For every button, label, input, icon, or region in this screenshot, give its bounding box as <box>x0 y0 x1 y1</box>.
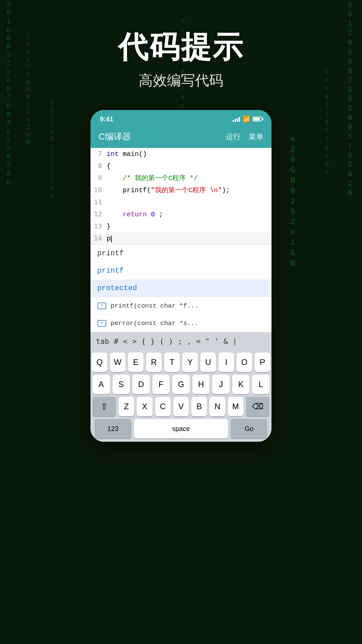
shortcut-bar[interactable]: tab # < > { } ( ) ; , = " ' & | <box>90 332 272 350</box>
autocomplete-text-2: printf <box>97 267 124 275</box>
key-z[interactable]: Z <box>119 397 134 416</box>
line-number-12: 12 <box>90 209 107 219</box>
code-line-12: 12 return 0 ; <box>90 208 272 220</box>
keyboard-row-1: Q W E R T Y U I O P <box>93 353 269 372</box>
code-content-14: p <box>107 234 272 244</box>
key-w[interactable]: W <box>110 353 125 372</box>
autocomplete-dropdown[interactable]: printf printf protected f printf(const c… <box>90 245 272 332</box>
delete-key[interactable]: ⌫ <box>246 397 269 416</box>
shortcut-rparen[interactable]: ) <box>169 337 173 345</box>
shortcut-gt[interactable]: > <box>132 337 136 345</box>
menu-button[interactable]: 菜单 <box>249 132 263 142</box>
space-key[interactable]: space <box>134 419 228 438</box>
key-m[interactable]: M <box>228 397 243 416</box>
go-key[interactable]: Go <box>231 419 267 438</box>
shortcut-lt[interactable]: < <box>123 337 127 345</box>
shortcut-pipe[interactable]: | <box>233 337 237 345</box>
shift-key[interactable]: ⇧ <box>93 397 116 416</box>
status-icons: 📶 <box>233 115 262 123</box>
key-b[interactable]: B <box>191 397 207 416</box>
key-x[interactable]: X <box>137 397 152 416</box>
key-l[interactable]: L <box>252 375 269 394</box>
key-e[interactable]: E <box>128 353 143 372</box>
key-j[interactable]: J <box>212 375 230 394</box>
shortcut-lbrace[interactable]: { <box>141 337 146 345</box>
shortcut-dquote[interactable]: " <box>205 337 209 345</box>
code-editor[interactable]: 7 int main() 8 { 9 /* 我的第一个C程序 */ <box>90 148 272 245</box>
code-content-7: int main() <box>107 149 272 159</box>
shortcut-rbrace[interactable]: } <box>150 337 155 345</box>
key-o[interactable]: O <box>237 353 252 372</box>
phone-frame: 9:41 📶 C编译器 运行 菜单 <box>90 110 272 442</box>
line-number-9: 9 <box>90 173 107 183</box>
line-number-7: 7 <box>90 149 107 159</box>
shift-icon: ⇧ <box>101 401 108 412</box>
key-n[interactable]: N <box>209 397 225 416</box>
autocomplete-item-4[interactable]: f printf(const char *f... <box>90 297 272 315</box>
key-i[interactable]: I <box>219 353 234 372</box>
key-k[interactable]: K <box>232 375 250 394</box>
app-header: C编译器 运行 菜单 <box>90 127 272 148</box>
shortcut-eq[interactable]: = <box>196 337 200 345</box>
key-p[interactable]: P <box>255 353 270 372</box>
key-u[interactable]: U <box>200 353 216 372</box>
code-line-8: 8 { <box>90 160 272 172</box>
key-d[interactable]: D <box>132 375 150 394</box>
shortcut-comma[interactable]: , <box>187 337 191 345</box>
code-line-11: 11 <box>90 196 272 208</box>
code-line-9: 9 /* 我的第一个C程序 */ <box>90 172 272 184</box>
key-a[interactable]: A <box>93 375 110 394</box>
autocomplete-item-3[interactable]: protected <box>90 280 272 297</box>
signal-bars-icon <box>233 116 240 122</box>
autocomplete-text-5: perror(const char *s... <box>111 320 198 327</box>
line-number-11: 11 <box>90 197 107 207</box>
autocomplete-item-2[interactable]: printf <box>90 262 272 280</box>
autocomplete-item-5[interactable]: f perror(const char *s... <box>90 315 272 332</box>
shortcut-amp[interactable]: & <box>224 337 228 345</box>
keyboard-row-2: A S D F G H J K L <box>93 375 269 394</box>
keyboard-row-3: ⇧ Z X C V B N M ⌫ <box>93 397 269 416</box>
key-f[interactable]: F <box>153 375 170 394</box>
code-line-7: 7 int main() <box>90 148 272 160</box>
shortcut-squote[interactable]: ' <box>215 337 219 345</box>
key-h[interactable]: H <box>192 375 210 394</box>
key-c[interactable]: C <box>155 397 171 416</box>
autocomplete-text-1: printf <box>97 249 124 258</box>
shortcut-hash[interactable]: # <box>114 337 118 345</box>
key-y[interactable]: Y <box>182 353 198 372</box>
app-title: C编译器 <box>99 131 131 143</box>
keyboard[interactable]: Q W E R T Y U I O P A S D F G H J K <box>90 350 272 442</box>
shortcut-lparen[interactable]: ( <box>160 337 164 345</box>
code-content-12: return 0 ; <box>107 210 272 220</box>
run-button[interactable]: 运行 <box>226 132 241 142</box>
key-q[interactable]: Q <box>92 353 107 372</box>
key-t[interactable]: T <box>164 353 180 372</box>
wifi-icon: 📶 <box>243 115 250 123</box>
code-content-10: printf("我的第一个C程序 \n"); <box>107 185 272 196</box>
keyboard-row-bottom: 123 space Go <box>93 419 269 438</box>
function-icon-5: f <box>97 320 107 327</box>
autocomplete-item-1[interactable]: printf <box>90 245 272 262</box>
line-number-8: 8 <box>90 161 107 171</box>
key-r[interactable]: R <box>146 353 162 372</box>
shortcut-tab[interactable]: tab <box>96 337 109 345</box>
code-line-10: 10 printf("我的第一个C程序 \n"); <box>90 184 272 196</box>
code-content-11 <box>107 198 272 208</box>
key-s[interactable]: S <box>113 375 130 394</box>
autocomplete-text-4: printf(const char *f... <box>111 302 198 310</box>
sub-title: 高效编写代码 <box>118 71 244 90</box>
page-content: 代码提示 高效编写代码 9:41 📶 C编译器 <box>0 0 362 644</box>
battery-icon <box>253 117 262 121</box>
key-g[interactable]: G <box>172 375 190 394</box>
line-number-10: 10 <box>90 185 107 195</box>
app-header-actions: 运行 菜单 <box>226 132 263 142</box>
numbers-key[interactable]: 123 <box>95 419 131 438</box>
function-icon-4: f <box>97 302 107 310</box>
line-number-14: 14 <box>90 233 107 243</box>
key-v[interactable]: V <box>173 397 189 416</box>
code-content-8: { <box>107 161 272 171</box>
autocomplete-text-3: protected <box>97 284 137 292</box>
shortcut-semi[interactable]: ; <box>178 337 182 345</box>
line-number-13: 13 <box>90 221 107 231</box>
main-title: 代码提示 <box>118 27 244 68</box>
